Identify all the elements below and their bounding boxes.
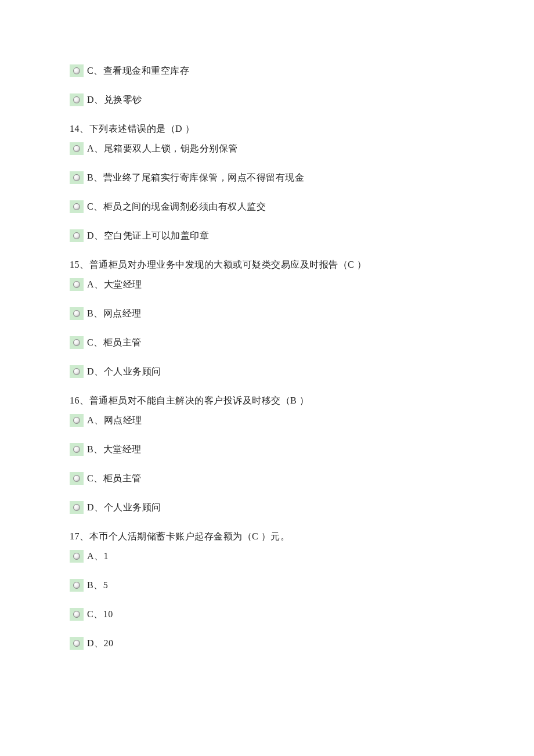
option-label: A、1 xyxy=(87,549,109,563)
option-row: D、个人业务顾问 xyxy=(70,365,464,379)
radio-icon[interactable] xyxy=(70,142,84,155)
radio-icon[interactable] xyxy=(70,229,84,242)
option-row: D、个人业务顾问 xyxy=(70,501,464,514)
question-prompt: 14、下列表述错误的是（D ） xyxy=(70,124,194,134)
radio-icon[interactable] xyxy=(70,64,84,77)
radio-icon[interactable] xyxy=(70,443,84,456)
option-row: C、柜员主管 xyxy=(70,336,464,350)
option-label: A、尾箱要双人上锁，钥匙分别保管 xyxy=(87,142,238,156)
option-row: D、20 xyxy=(70,636,464,650)
radio-icon[interactable] xyxy=(70,472,84,485)
radio-icon[interactable] xyxy=(70,200,84,213)
option-label: C、查看现金和重空库存 xyxy=(87,64,189,78)
option-row: B、营业终了尾箱实行寄库保管，网点不得留有现金 xyxy=(70,171,464,185)
option-label: B、网点经理 xyxy=(87,307,142,321)
radio-icon[interactable] xyxy=(70,365,84,378)
option-row: C、柜员主管 xyxy=(70,471,464,485)
option-row: C、10 xyxy=(70,607,464,621)
option-row: A、尾箱要双人上锁，钥匙分别保管 xyxy=(70,142,464,156)
option-label: C、柜员主管 xyxy=(87,471,142,485)
option-row: C、查看现金和重空库存 xyxy=(70,64,464,78)
radio-icon[interactable] xyxy=(70,414,84,427)
question-16: 16、普通柜员对不能自主解决的客户投诉及时移交（B ） xyxy=(70,394,464,408)
radio-icon[interactable] xyxy=(70,171,84,184)
question-14: 14、下列表述错误的是（D ） xyxy=(70,122,464,136)
option-label: B、5 xyxy=(87,578,108,592)
radio-icon[interactable] xyxy=(70,608,84,621)
option-label: D、20 xyxy=(87,636,114,650)
option-row: A、网点经理 xyxy=(70,413,464,427)
radio-icon[interactable] xyxy=(70,501,84,514)
radio-icon[interactable] xyxy=(70,307,84,320)
radio-icon[interactable] xyxy=(70,278,84,291)
option-row: B、大堂经理 xyxy=(70,442,464,456)
radio-icon[interactable] xyxy=(70,550,84,563)
question-15: 15、普通柜员对办理业务中发现的大额或可疑类交易应及时报告（C ） xyxy=(70,258,464,272)
option-row: D、兑换零钞 xyxy=(70,93,464,107)
option-row: A、1 xyxy=(70,549,464,563)
option-label: C、柜员之间的现金调剂必须由有权人监交 xyxy=(87,200,266,214)
option-label: C、10 xyxy=(87,607,113,621)
question-prompt: 15、普通柜员对办理业务中发现的大额或可疑类交易应及时报告（C ） xyxy=(70,260,366,269)
question-prompt: 16、普通柜员对不能自主解决的客户投诉及时移交（B ） xyxy=(70,395,309,405)
option-row: B、网点经理 xyxy=(70,307,464,321)
option-label: D、兑换零钞 xyxy=(87,93,142,107)
option-label: D、空白凭证上可以加盖印章 xyxy=(87,229,209,243)
option-label: A、大堂经理 xyxy=(87,278,142,291)
option-row: C、柜员之间的现金调剂必须由有权人监交 xyxy=(70,200,464,214)
option-label: B、营业终了尾箱实行寄库保管，网点不得留有现金 xyxy=(87,171,304,185)
option-row: B、5 xyxy=(70,578,464,592)
option-label: B、大堂经理 xyxy=(87,442,142,456)
question-17: 17、本币个人活期储蓄卡账户起存金额为（C ）元。 xyxy=(70,530,464,543)
option-label: D、个人业务顾问 xyxy=(87,365,161,379)
question-prompt: 17、本币个人活期储蓄卡账户起存金额为（C ）元。 xyxy=(70,531,290,541)
option-row: A、大堂经理 xyxy=(70,278,464,291)
option-label: D、个人业务顾问 xyxy=(87,501,161,514)
radio-icon[interactable] xyxy=(70,93,84,106)
option-label: C、柜员主管 xyxy=(87,336,142,350)
radio-icon[interactable] xyxy=(70,336,84,349)
radio-icon[interactable] xyxy=(70,579,84,592)
option-row: D、空白凭证上可以加盖印章 xyxy=(70,229,464,243)
option-label: A、网点经理 xyxy=(87,413,142,427)
radio-icon[interactable] xyxy=(70,637,84,650)
